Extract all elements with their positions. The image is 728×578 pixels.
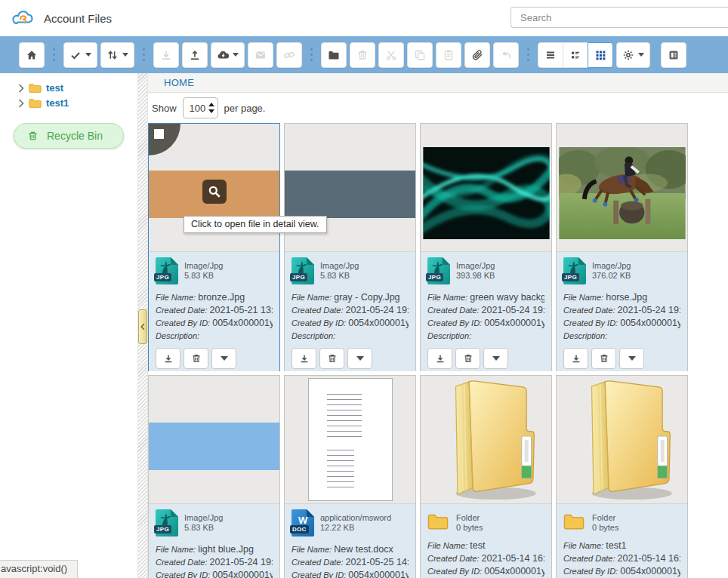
file-size: 0 bytes [456, 523, 483, 533]
settings-dropdown-button[interactable] [616, 42, 650, 68]
jpg-file-icon: JPG [156, 257, 178, 284]
sidebar-item-test[interactable]: test [0, 81, 137, 96]
delete-file-button[interactable] [319, 348, 344, 369]
chevron-right-icon[interactable] [18, 84, 24, 93]
created-by-row: Created By ID: 0054x000001yF... [427, 565, 544, 578]
upload-button[interactable] [182, 42, 208, 68]
file-thumbnail[interactable] [285, 376, 415, 504]
search-input[interactable] [511, 7, 728, 28]
folder-thumbnail[interactable] [557, 376, 687, 504]
download-file-button[interactable] [563, 348, 588, 369]
selection-checkbox[interactable] [149, 124, 180, 155]
cloud-download-icon [217, 49, 229, 61]
created-by: 0054x000001yD... [212, 570, 273, 578]
file-card[interactable]: W DOC application/msword 12.22 KB File N… [284, 375, 416, 578]
description-row: Description: [427, 330, 544, 343]
file-thumbnail[interactable]: Click to open file in detail view. [149, 124, 279, 252]
detail-list-view-button[interactable] [563, 42, 588, 68]
folder-card[interactable]: Folder 0 bytes File Name: test1 Created … [556, 375, 688, 578]
file-card[interactable]: JPG Image/Jpg 5.83 KB File Name: gray - … [284, 123, 416, 371]
grid-view-button[interactable] [588, 42, 613, 68]
jpg-file-icon: JPG [427, 257, 450, 284]
file-grid-panel: HOME Show per page. Click to open file i… [148, 73, 728, 578]
download-icon [299, 353, 310, 364]
file-card[interactable]: JPG Image/Jpg 5.83 KB File Name: light b… [148, 375, 280, 578]
download-file-button[interactable] [292, 348, 316, 369]
file-type: Image/Jpg [184, 513, 223, 523]
report-view-button[interactable] [661, 42, 686, 68]
folder-icon [29, 98, 42, 109]
delete-file-button[interactable] [455, 348, 480, 369]
created-by: 0054x000001yD... [348, 570, 409, 578]
file-info: Folder 0 bytes File Name: test Created D… [421, 504, 551, 578]
file-info: JPG Image/Jpg 5.83 KB File Name: light b… [149, 504, 279, 578]
delete-file-button[interactable] [184, 348, 208, 369]
collapse-sidebar-button[interactable] [138, 309, 147, 344]
file-card[interactable]: JPG Image/Jpg 376.02 KB File Name: horse… [556, 123, 688, 371]
image-preview [285, 171, 415, 218]
description-row: Description: [292, 330, 409, 343]
delete-button [350, 42, 375, 68]
folder-card[interactable]: Folder 0 bytes File Name: test Created D… [420, 375, 552, 578]
file-thumbnail[interactable] [149, 376, 279, 504]
home-button[interactable] [19, 42, 45, 68]
download-file-button[interactable] [156, 348, 180, 369]
created-by: 0054x000001yD... [484, 318, 544, 328]
file-menu-button[interactable] [347, 348, 372, 369]
file-menu-button[interactable] [619, 348, 644, 369]
file-name: bronze.Jpg [198, 292, 245, 303]
file-menu-button[interactable] [211, 348, 236, 369]
file-thumbnail[interactable] [557, 124, 687, 252]
caret-down-icon [356, 356, 364, 361]
paperclip-icon [471, 49, 483, 61]
folder-label: test [46, 82, 63, 94]
sidebar-splitter[interactable] [137, 73, 148, 578]
cut-button [378, 42, 404, 68]
file-size: 5.83 KB [184, 271, 223, 281]
attach-button[interactable] [464, 42, 490, 68]
toolbar-separator [527, 48, 529, 61]
jpg-file-icon: JPG [292, 257, 314, 284]
file-card[interactable]: Click to open file in detail view. JPG I… [148, 123, 280, 371]
file-card-grid: Click to open file in detail view. JPG I… [148, 123, 728, 578]
open-detail-view-button[interactable] [202, 180, 227, 204]
caret-down-icon [628, 356, 636, 361]
caret-down-icon [221, 356, 228, 361]
created-date-row: Created Date: 2021-05-24 19:0... [292, 304, 409, 317]
folder-thumbnail[interactable] [421, 376, 551, 504]
spinner-up-button[interactable] [208, 103, 214, 106]
file-type: Image/Jpg [592, 261, 631, 271]
recycle-bin-button[interactable]: Recycle Bin [14, 123, 124, 149]
list-view-button[interactable] [538, 42, 563, 68]
file-name-row: File Name: green wavy backgro... [427, 291, 544, 304]
sidebar-item-test1[interactable]: test1 [0, 96, 137, 111]
download-file-button[interactable] [427, 348, 452, 369]
breadcrumb-home-link[interactable]: HOME [164, 77, 194, 88]
main-toolbar [0, 36, 728, 73]
tooltip: Click to open file in detail view. [184, 216, 327, 233]
file-name-row: File Name: test1 [563, 540, 680, 552]
created-date-row: Created Date: 2021-05-24 19:0... [427, 304, 544, 317]
jpg-badge: JPG [154, 525, 171, 533]
created-by-row: Created By ID: 0054x000001yD... [156, 317, 273, 330]
image-preview [559, 147, 686, 239]
chevron-right-icon[interactable] [18, 99, 24, 108]
delete-file-button[interactable] [591, 348, 616, 369]
folder-file-icon [563, 509, 586, 530]
per-page-spinner[interactable] [183, 97, 218, 118]
file-name-row: File Name: light blue.Jpg [156, 543, 273, 556]
cloud-download-dropdown-button[interactable] [211, 42, 245, 68]
new-folder-button[interactable] [321, 42, 347, 68]
file-name: New test.docx [334, 544, 393, 555]
per-page-input[interactable] [190, 103, 208, 114]
file-size: 5.83 KB [184, 523, 223, 533]
select-dropdown-button[interactable] [63, 42, 97, 68]
file-thumbnail[interactable] [421, 124, 551, 252]
spinner-down-button[interactable] [208, 109, 214, 113]
file-card[interactable]: JPG Image/Jpg 393.98 KB File Name: green… [420, 123, 552, 371]
created-date: 2021-05-25 14:3... [346, 557, 409, 567]
file-menu-button[interactable] [483, 348, 508, 369]
toolbar-separator [310, 48, 313, 61]
sort-dropdown-button[interactable] [100, 42, 134, 68]
app-logo-icon [11, 9, 35, 27]
